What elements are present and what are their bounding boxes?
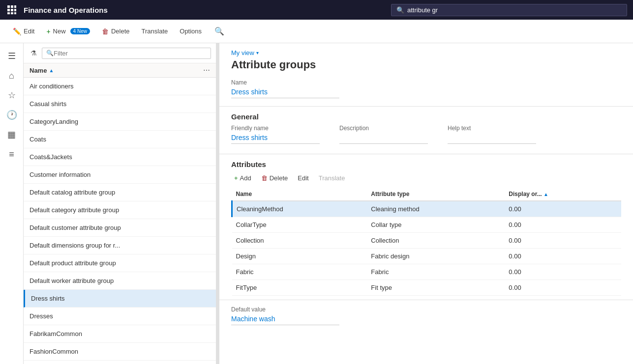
help-text-value[interactable] bbox=[448, 134, 536, 144]
list-item[interactable]: Dress shirts bbox=[24, 290, 216, 308]
filter-search-icon: 🔍 bbox=[46, 50, 54, 56]
attr-name-cell: Design bbox=[232, 249, 367, 264]
attr-display-cell: 0.00 bbox=[505, 233, 621, 249]
list-item[interactable]: Default catalog attribute group bbox=[24, 184, 216, 201]
top-bar: Finance and Operations 🔍 bbox=[0, 0, 633, 20]
friendly-name-value[interactable]: Dress shirts bbox=[231, 134, 320, 144]
chevron-down-icon: ▾ bbox=[256, 50, 259, 56]
list-icon[interactable]: ≡ bbox=[3, 145, 21, 163]
hamburger-icon[interactable]: ☰ bbox=[3, 47, 21, 65]
list-item[interactable]: Default product attribute group bbox=[24, 254, 216, 272]
attr-translate-button[interactable]: Translate bbox=[316, 172, 348, 184]
attr-name-cell: CleaningMethod bbox=[232, 201, 367, 217]
filter-button[interactable]: ⚗ bbox=[29, 47, 39, 59]
name-column-header: Name ▲ bbox=[30, 67, 203, 74]
filter-input[interactable] bbox=[54, 50, 207, 57]
column-options-icon[interactable]: ⋯ bbox=[203, 66, 210, 74]
attr-display-cell: 0.00 bbox=[505, 264, 621, 280]
list-filter-bar: ⚗ 🔍 bbox=[24, 43, 216, 63]
name-column-header[interactable]: Name bbox=[232, 188, 367, 201]
table-header-row: Name Attribute type Display or... ▲ bbox=[232, 188, 622, 201]
table-row[interactable]: Collection Collection 0.00 bbox=[232, 233, 622, 249]
table-row[interactable]: CollarType Collar type 0.00 bbox=[232, 217, 622, 233]
attr-display-cell: 0.00 bbox=[505, 217, 621, 233]
list-item[interactable]: Coats&Jackets bbox=[24, 148, 216, 166]
list-item[interactable]: Default worker attribute group bbox=[24, 272, 216, 290]
list-item[interactable]: Default customer attribute group bbox=[24, 219, 216, 237]
attr-name-cell: FitType bbox=[232, 280, 367, 296]
side-nav: ☰ ⌂ ☆ 🕐 ▦ ≡ bbox=[0, 43, 24, 364]
name-field-label: Name bbox=[231, 79, 621, 86]
clock-icon[interactable]: 🕐 bbox=[3, 106, 21, 124]
main-toolbar: ✏️ Edit + New 4 New 🗑 Delete Translate O… bbox=[0, 20, 633, 43]
list-item[interactable]: Coats bbox=[24, 131, 216, 148]
home-icon[interactable]: ⌂ bbox=[3, 67, 21, 84]
table-row[interactable]: Design Fabric design 0.00 bbox=[232, 249, 622, 264]
detail-panel: My view ▾ Attribute groups Name Dress sh… bbox=[219, 43, 633, 364]
help-text-field: Help text bbox=[448, 125, 536, 144]
svg-rect-6 bbox=[7, 12, 10, 14]
delete-button[interactable]: 🗑 Delete bbox=[97, 25, 135, 38]
my-view-dropdown[interactable]: My view ▾ bbox=[231, 49, 621, 56]
table-row[interactable]: FitType Fit type 0.00 bbox=[232, 280, 622, 296]
list-item[interactable]: Casual shirts bbox=[24, 95, 216, 113]
general-section-header: General bbox=[219, 106, 633, 125]
list-items: Air conditionersCasual shirtsCategoryLan… bbox=[24, 78, 216, 364]
default-value-label: Default value bbox=[231, 306, 621, 313]
svg-rect-1 bbox=[11, 5, 13, 8]
attr-delete-button[interactable]: 🗑 Delete bbox=[258, 172, 291, 184]
toolbar-search-button[interactable]: 🔍 bbox=[214, 27, 224, 36]
attributes-toolbar: + Add 🗑 Delete Edit Translate bbox=[231, 172, 621, 184]
list-item[interactable]: Dresses bbox=[24, 308, 216, 325]
svg-rect-3 bbox=[7, 9, 10, 11]
attr-delete-icon: 🗑 bbox=[261, 174, 268, 182]
name-field-section: Name Dress shirts bbox=[219, 79, 633, 98]
attr-name-cell: Fabric bbox=[232, 264, 367, 280]
list-column-header: Name ▲ ⋯ bbox=[24, 63, 216, 78]
main-layout: ☰ ⌂ ☆ 🕐 ▦ ≡ ⚗ 🔍 Name ▲ ⋯ Air conditioner… bbox=[0, 43, 633, 364]
attr-type-cell: Collar type bbox=[367, 217, 505, 233]
new-icon: + bbox=[46, 28, 50, 35]
list-item[interactable]: FashionCommon bbox=[24, 343, 216, 361]
table-row[interactable]: Fabric Fabric 0.00 bbox=[232, 264, 622, 280]
table-row[interactable]: CleaningMethod Cleaning method 0.00 bbox=[232, 201, 622, 217]
translate-button[interactable]: Translate bbox=[137, 25, 173, 38]
list-item[interactable]: FashionSunglasses bbox=[24, 361, 216, 364]
description-value[interactable] bbox=[339, 134, 428, 144]
attr-type-cell: Fabric bbox=[367, 264, 505, 280]
attributes-table: Name Attribute type Display or... ▲ Clea… bbox=[231, 188, 621, 296]
attr-display-cell: 0.00 bbox=[505, 249, 621, 264]
list-item[interactable]: Air conditioners bbox=[24, 78, 216, 95]
attr-type-cell: Collection bbox=[367, 233, 505, 249]
edit-icon: ✏️ bbox=[13, 28, 21, 35]
global-search[interactable]: 🔍 bbox=[391, 4, 627, 16]
attr-edit-button[interactable]: Edit bbox=[295, 172, 311, 184]
new-badge: 4 New bbox=[70, 28, 90, 34]
new-button[interactable]: + New 4 New bbox=[41, 25, 95, 38]
list-item[interactable]: Default category attribute group bbox=[24, 201, 216, 219]
edit-button[interactable]: ✏️ Edit bbox=[8, 25, 39, 38]
friendly-name-field: Friendly name Dress shirts bbox=[231, 125, 320, 144]
delete-icon: 🗑 bbox=[102, 28, 109, 35]
attributes-section: + Add 🗑 Delete Edit Translate bbox=[219, 172, 633, 296]
description-label: Description bbox=[339, 125, 428, 132]
attr-type-cell: Fit type bbox=[367, 280, 505, 296]
attr-display-cell: 0.00 bbox=[505, 280, 621, 296]
attr-name-cell: Collection bbox=[232, 233, 367, 249]
page-title: Attribute groups bbox=[231, 58, 621, 71]
name-field-value[interactable]: Dress shirts bbox=[231, 88, 339, 98]
default-value-value[interactable]: Machine wash bbox=[231, 315, 339, 325]
display-order-column-header: Display or... ▲ bbox=[505, 188, 621, 201]
options-button[interactable]: Options bbox=[175, 25, 207, 38]
attr-add-button[interactable]: + Add bbox=[231, 172, 254, 184]
list-item[interactable]: CategoryLanding bbox=[24, 113, 216, 131]
list-item[interactable]: Customer information bbox=[24, 166, 216, 184]
filter-input-wrap: 🔍 bbox=[42, 48, 211, 59]
star-icon[interactable]: ☆ bbox=[3, 86, 21, 104]
grid-icon[interactable]: ▦ bbox=[3, 126, 21, 143]
list-item[interactable]: FabrikamCommon bbox=[24, 325, 216, 343]
list-item[interactable]: Default dimensions group for r... bbox=[24, 237, 216, 254]
description-field: Description bbox=[339, 125, 428, 144]
search-input[interactable] bbox=[407, 6, 622, 14]
waffle-button[interactable] bbox=[6, 4, 18, 16]
